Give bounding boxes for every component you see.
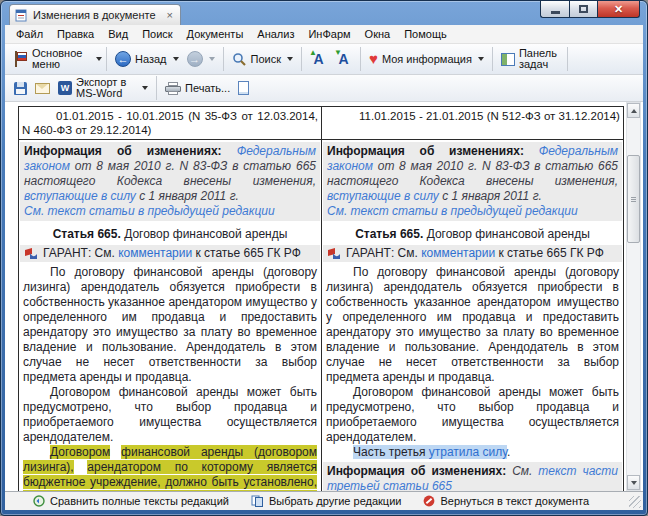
document-view-button[interactable]	[234, 74, 253, 102]
task-panel-label: Панель задач	[519, 48, 559, 70]
save-button[interactable]	[10, 74, 31, 102]
main-toolbar: Основное меню ← Назад → Поиск	[5, 43, 643, 75]
article-paragraph-3-highlighted: Договором финансовой аренды (договором л…	[19, 445, 321, 491]
previous-edition-link[interactable]: См. текст статьи в предыдущей редакции	[24, 204, 316, 219]
back-dropdown-icon	[173, 57, 179, 61]
back-button[interactable]: ← Назад	[111, 45, 183, 73]
toolbar-separator	[360, 47, 361, 71]
garant-comment-text[interactable]: ГАРАНТ: См. комментарии к статье 665 ГК …	[43, 246, 301, 261]
previous-edition-link[interactable]: См. текст статьи в предыдущей редакции	[327, 204, 618, 219]
compare-icon	[33, 495, 45, 507]
left-change-info-block: Информация об изменениях: Федеральным за…	[20, 142, 320, 221]
ms-word-icon: W	[58, 81, 72, 95]
maximize-button[interactable]	[569, 1, 597, 18]
article-part3-lost-force[interactable]: Часть третья утратила силу.	[322, 445, 623, 460]
toolbar-separator	[301, 47, 302, 71]
forward-dropdown-icon	[209, 57, 215, 61]
scroll-up-button[interactable]	[627, 103, 640, 118]
my-information-button[interactable]: ♥ Моя информация	[365, 45, 488, 73]
document-tab[interactable]: Изменения в документе ×	[9, 4, 181, 25]
document-tab-icon	[15, 9, 28, 22]
menu-inpharm[interactable]: ИнФарм	[301, 26, 357, 42]
font-increase-icon: ▲A	[310, 51, 327, 68]
menu-bar: Файл Правка Вид Поиск Документы Анализ И…	[5, 25, 643, 43]
right-change-info-block: Информация об изменениях: Федеральным за…	[323, 142, 622, 221]
resize-grip-icon[interactable]	[629, 496, 641, 508]
forward-button[interactable]: →	[183, 45, 219, 73]
export-word-dropdown-icon	[142, 86, 148, 90]
change-info-text[interactable]: Информация об изменениях: Федеральным за…	[24, 144, 316, 204]
main-menu-label: Основное меню	[32, 48, 90, 70]
tab-title: Изменения в документе	[33, 9, 156, 21]
main-menu-button[interactable]: Основное меню	[9, 45, 94, 73]
right-edition-column: 11.01.2015 - 21.01.2015 (N 512-ФЗ от 31.…	[321, 107, 623, 491]
left-edition-header: 01.01.2015 - 10.01.2015 (N 35-ФЗ от 12.0…	[19, 107, 321, 140]
send-mail-button[interactable]	[31, 74, 54, 102]
tab-close-icon[interactable]: ×	[167, 10, 173, 20]
document-toolbar: W Экспорт в MS-Word Печать...	[5, 75, 643, 102]
right-bottom-info-block: Информация об изменениях: См. текст част…	[323, 462, 622, 491]
change-info-text[interactable]: Информация об изменениях: См. текст част…	[327, 464, 618, 491]
garant-comment-row[interactable]: ГАРАНТ: См. комментарии к статье 665 ГК …	[20, 245, 320, 262]
article-title: Статья 665. Договор финансовой аренды	[324, 227, 621, 242]
page-icon	[238, 81, 249, 95]
vertical-scrollbar[interactable]	[626, 102, 641, 491]
task-panel-button[interactable]: Панель задач	[497, 45, 563, 73]
comparison-table: 01.01.2015 - 10.01.2015 (N 35-ФЗ от 12.0…	[18, 106, 624, 491]
article-paragraph-1: По договору финансовой аренды (договору …	[19, 265, 321, 385]
font-increase-button[interactable]: ▲A	[306, 45, 331, 73]
export-word-label: Экспорт в MS-Word	[76, 77, 136, 99]
return-to-document-command[interactable]: Вернуться в текст документа	[423, 495, 589, 507]
search-dropdown-icon	[287, 57, 293, 61]
close-icon: ✕	[614, 3, 623, 16]
garant-comment-row[interactable]: ГАРАНТ: См. комментарии к статье 665 ГК …	[323, 245, 622, 262]
scrollbar-thumb[interactable]	[627, 155, 640, 243]
garant-icon	[24, 248, 37, 259]
menu-documents[interactable]: Документы	[180, 26, 251, 42]
main-menu-dropdown-icon[interactable]	[96, 57, 102, 61]
article-paragraph-1: По договору финансовой аренды (договору …	[322, 265, 623, 385]
garant-comment-text[interactable]: ГАРАНТ: См. комментарии к статье 665 ГК …	[346, 246, 604, 261]
scroll-up-icon	[631, 109, 637, 113]
return-icon	[423, 495, 435, 507]
client-area: Файл Правка Вид Поиск Документы Анализ И…	[5, 25, 643, 510]
status-bar: Сравнить полные тексты редакций Выбрать …	[5, 491, 643, 510]
russian-flag-icon	[13, 51, 28, 67]
toolbar-separator	[156, 76, 157, 100]
task-panel-icon	[501, 53, 515, 66]
search-button[interactable]: Поиск	[228, 45, 297, 73]
app-window: Изменения в документе × ✕ Файл Правка Ви…	[0, 0, 648, 516]
minimize-button[interactable]	[540, 1, 569, 18]
close-button[interactable]: ✕	[597, 1, 640, 18]
scroll-down-button[interactable]	[627, 475, 640, 490]
menu-file[interactable]: Файл	[9, 26, 50, 42]
menu-search[interactable]: Поиск	[135, 26, 179, 42]
window-controls: ✕	[540, 1, 640, 18]
compare-full-texts-command[interactable]: Сравнить полные тексты редакций	[33, 495, 229, 507]
search-icon	[232, 52, 247, 67]
search-label: Поиск	[251, 53, 281, 65]
left-edition-column: 01.01.2015 - 10.01.2015 (N 35-ФЗ от 12.0…	[19, 107, 321, 491]
back-label: Назад	[135, 53, 167, 65]
garant-icon	[327, 248, 340, 259]
minimize-icon	[551, 11, 560, 14]
menu-windows[interactable]: Окна	[358, 26, 398, 42]
font-decrease-button[interactable]: ▼A	[331, 45, 356, 73]
toolbar-separator	[223, 47, 224, 71]
my-information-dropdown-icon	[478, 57, 484, 61]
toolbar-separator	[106, 47, 107, 71]
menu-view[interactable]: Вид	[101, 26, 135, 42]
document-area: 01.01.2015 - 10.01.2015 (N 35-ФЗ от 12.0…	[5, 102, 643, 491]
export-word-button[interactable]: W Экспорт в MS-Word	[54, 74, 152, 102]
heart-icon: ♥	[369, 52, 378, 66]
toolbar-separator	[492, 47, 493, 71]
menu-analysis[interactable]: Анализ	[250, 26, 301, 42]
menu-edit[interactable]: Правка	[50, 26, 101, 42]
choose-editions-label: Выбрать другие редакции	[269, 495, 402, 507]
scroll-down-icon	[631, 481, 637, 485]
menu-help[interactable]: Помощь	[397, 26, 454, 42]
article-title: Статья 665. Договор финансовой аренды	[21, 227, 319, 242]
print-button[interactable]: Печать...	[161, 74, 234, 102]
change-info-text[interactable]: Информация об изменениях: Федеральным за…	[327, 144, 618, 204]
choose-other-editions-command[interactable]: Выбрать другие редакции	[251, 495, 402, 507]
